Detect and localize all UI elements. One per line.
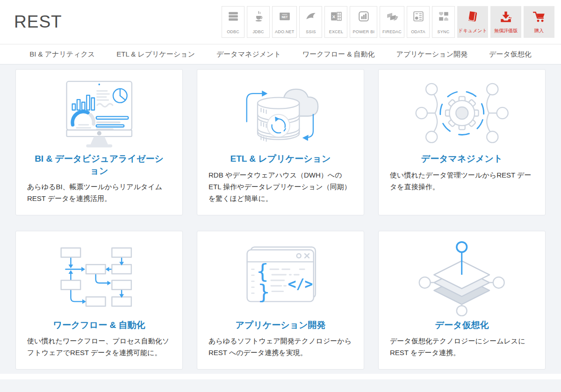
nav-item-etl-replication[interactable]: ETL & レプリケーション	[116, 50, 195, 59]
svg-text:{: {	[257, 260, 269, 283]
header: REST ODBC JDBC NET	[0, 0, 561, 44]
flowchart-illustration	[48, 238, 150, 316]
card-body: あらゆるBI、帳票ツールからリアルタイムREST データを連携活用。	[27, 181, 171, 204]
firedac-icon	[386, 10, 398, 22]
card-title[interactable]: アプリケーション開発	[212, 319, 349, 331]
header-toolbar: ODBC JDBC NET ADO.NET SSIS	[222, 6, 554, 38]
product-logo: REST	[14, 12, 62, 32]
card-body: 使い慣れたデータ管理ツールからREST データを直接操作。	[390, 169, 534, 192]
excel-icon: X	[330, 10, 342, 22]
nav-item-app-development[interactable]: アプリケーション開発	[396, 50, 468, 59]
card-etl-replication: ETL & レプリケーション RDB やデータウェアハウス（DWH）へのETL …	[197, 69, 364, 215]
card-title[interactable]: データ仮想化	[394, 319, 530, 331]
svg-text:</>: </>	[288, 275, 313, 292]
odata-icon	[412, 10, 424, 22]
adonet-icon: NET	[279, 10, 291, 22]
svg-text:}: }	[258, 280, 270, 304]
buy-button[interactable]: 購入	[524, 6, 554, 38]
category-card-grid: BI & データビジュアライゼーション あらゆるBI、帳票ツールからリアルタイム…	[0, 64, 561, 370]
nav-item-data-virtualization[interactable]: データ仮想化	[489, 50, 532, 59]
card-title[interactable]: ETL & レプリケーション	[212, 153, 349, 165]
card-data-virtualization: データ仮想化 データ仮想化テクノロジーにシームレスにREST をデータ連携。	[378, 231, 546, 370]
next-section-edge	[0, 374, 561, 379]
odbc-icon	[227, 10, 239, 22]
database-cloud-illustration	[233, 76, 328, 150]
card-body: あらゆるソフトウェア開発テクノロジーからREST へのデータ連携を実現。	[209, 335, 352, 358]
card-title[interactable]: ワークフロー & 自動化	[31, 319, 167, 331]
tech-link-odata[interactable]: ODATA	[407, 6, 430, 38]
tech-link-excel[interactable]: X EXCEL	[324, 6, 347, 38]
tech-link-adonet[interactable]: NET ADO.NET	[272, 6, 297, 38]
card-body: データ仮想化テクノロジーにシームレスにREST をデータ連携。	[390, 335, 534, 358]
tech-link-sync[interactable]: SYNC	[432, 6, 455, 38]
tech-link-odbc[interactable]: ODBC	[222, 6, 245, 38]
book-icon	[466, 10, 479, 23]
tech-link-ssis[interactable]: SSIS	[299, 6, 322, 38]
powerbi-icon	[358, 10, 370, 22]
card-body: 使い慣れたワークフロー、プロセス自動化ソフトウェアでREST データを連携可能に…	[27, 335, 171, 358]
layers-pin-illustration	[411, 238, 512, 316]
card-body: RDB やデータウェアハウス（DWH）へのETL 操作やデータレプリケーション（…	[209, 169, 352, 205]
cart-icon	[532, 10, 546, 23]
card-workflow-automation: ワークフロー & 自動化 使い慣れたワークフロー、プロセス自動化ソフトウェアでR…	[15, 231, 183, 370]
sync-icon	[438, 10, 450, 22]
card-data-management: データマネジメント 使い慣れたデータ管理ツールからREST データを直接操作。	[378, 69, 546, 215]
docs-button[interactable]: ドキュメント	[457, 6, 488, 38]
bi-dashboard-illustration	[51, 76, 147, 150]
tech-link-powerbi[interactable]: POWER BI	[350, 6, 377, 38]
card-title[interactable]: データマネジメント	[394, 153, 530, 165]
tech-link-firedac[interactable]: FIREDAC	[380, 6, 404, 38]
ssis-icon	[305, 10, 317, 22]
category-nav: BI & アナリティクス ETL & レプリケーション データマネジメント ワー…	[0, 44, 561, 64]
card-title[interactable]: BI & データビジュアライゼーション	[31, 153, 167, 177]
code-window-illustration: { } </>	[230, 238, 331, 316]
free-trial-button[interactable]: 無償評価版	[490, 6, 521, 38]
nav-item-workflow-automation[interactable]: ワークフロー & 自動化	[302, 50, 375, 59]
svg-text:NET: NET	[281, 15, 288, 19]
jdbc-icon	[252, 10, 265, 22]
nav-item-bi-analytics[interactable]: BI & アナリティクス	[29, 50, 95, 59]
tech-link-jdbc[interactable]: JDBC	[247, 6, 270, 38]
card-application-development: { } </> アプリケーション開発 あらゆるソフトウェア開発テクノロジーからR…	[197, 231, 364, 370]
download-icon	[499, 10, 512, 23]
nav-item-data-management[interactable]: データマネジメント	[216, 50, 281, 59]
gear-network-illustration	[414, 76, 510, 150]
svg-text:X: X	[332, 14, 336, 19]
card-bi-visualization: BI & データビジュアライゼーション あらゆるBI、帳票ツールからリアルタイム…	[15, 69, 183, 215]
